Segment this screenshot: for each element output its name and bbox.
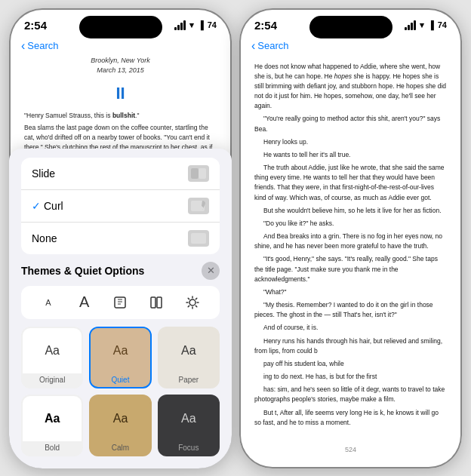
right-battery-level: 74: [438, 20, 447, 29]
theme-original-preview: Aa: [23, 328, 82, 373]
transition-slide[interactable]: Slide: [21, 158, 220, 190]
theme-quiet[interactable]: Aa Quiet: [89, 327, 151, 388]
svg-rect-8: [151, 297, 155, 308]
right-para-7: "Do you like it?" he asks.: [254, 219, 447, 229]
phones-container: 2:54 ▾ ▐ 74 ‹ Search: [9, 8, 462, 468]
svg-rect-0: [191, 168, 199, 179]
theme-calm-preview: Aa: [91, 396, 149, 441]
right-back-label: Search: [257, 40, 288, 51]
small-a-label: A: [45, 298, 51, 307]
themes-title: Themes & Quiet Options: [21, 265, 144, 277]
right-para-1: He does not know what happened to Addie,…: [254, 62, 447, 112]
right-back-button[interactable]: ‹ Search: [251, 39, 289, 53]
right-para-5: The truth about Addie, just like he wrot…: [254, 163, 447, 203]
right-phone: 2:54 ▾ ▐ 74 ‹ Search He d: [239, 8, 462, 468]
overlay-panel: Slide ✓ Curl: [9, 149, 232, 468]
right-para-16: has: sim, and he's seen so little of it …: [254, 385, 447, 404]
theme-bold-label: Bold: [23, 441, 82, 455]
curl-checkmark: ✓: [32, 200, 41, 212]
svg-line-17: [188, 306, 189, 306]
right-para-15: ing to do next. He has, is but for the f…: [254, 372, 447, 382]
theme-bold-preview: Aa: [23, 396, 82, 441]
right-para-10: "What?": [254, 287, 447, 297]
right-para-4: He wants to tell her it's all true.: [254, 150, 447, 160]
svg-rect-1: [199, 168, 206, 179]
large-font-button[interactable]: A: [71, 292, 98, 313]
book-icon: [113, 296, 127, 309]
right-para-3: Henry looks up.: [254, 137, 447, 147]
right-para-11: "My thesis. Remember? I wanted to do it …: [254, 300, 447, 320]
book-location-line1: Brooklyn, New York: [24, 56, 217, 66]
transition-options: Slide ✓ Curl: [21, 158, 220, 254]
right-para-12: And of course, it is.: [254, 323, 447, 333]
svg-rect-3: [191, 233, 206, 244]
right-battery-icon: ▐: [428, 20, 434, 29]
close-button[interactable]: ✕: [202, 262, 220, 280]
theme-quiet-preview: Aa: [91, 328, 149, 373]
font-style-button[interactable]: [106, 292, 134, 313]
theme-quiet-label: Quiet: [91, 373, 149, 387]
theme-focus-label: Focus: [159, 441, 218, 455]
left-status-icons: ▾ ▐ 74: [174, 20, 217, 30]
none-icon: [188, 230, 209, 247]
right-para-8: And Bea breaks into a grin. There is no …: [254, 232, 447, 251]
right-wifi-icon: ▾: [420, 20, 424, 30]
curl-label: Curl: [44, 200, 63, 212]
right-para-9: "It's good, Henry," she says. "It's real…: [254, 254, 447, 284]
none-label-group: None: [32, 232, 57, 244]
toolbar-row: A A: [21, 286, 220, 319]
theme-paper-preview: Aa: [159, 328, 218, 373]
book-location-line2: March 13, 2015: [24, 66, 217, 76]
right-signal-icon: [405, 20, 416, 30]
curl-icon: [188, 198, 209, 214]
right-para-13: Henry runs his hands through his hair, b…: [254, 336, 447, 356]
theme-focus[interactable]: Aa Focus: [158, 395, 220, 456]
left-status-time: 2:54: [24, 19, 47, 32]
theme-calm-label: Calm: [91, 441, 149, 455]
theme-calm[interactable]: Aa Calm: [89, 395, 151, 456]
none-label: None: [32, 232, 57, 244]
theme-original[interactable]: Aa Original: [21, 327, 83, 388]
right-book-content: He does not know what happened to Addie,…: [239, 56, 462, 448]
curl-label-group: ✓ Curl: [32, 200, 63, 212]
right-status-icons: ▾ ▐ 74: [405, 20, 447, 30]
battery-icon: ▐: [198, 20, 204, 29]
right-dynamic-island: [309, 16, 392, 38]
brightness-button[interactable]: [179, 292, 206, 313]
svg-point-10: [189, 299, 195, 306]
theme-focus-preview: Aa: [159, 396, 218, 441]
right-status-time: 2:54: [254, 19, 277, 32]
layout-button[interactable]: [143, 292, 170, 313]
book-para-1: "Henry Samuel Strauss, this is bullshit.…: [24, 111, 217, 121]
left-back-label: Search: [27, 40, 58, 51]
theme-paper-label: Paper: [159, 373, 218, 387]
slide-label-group: Slide: [32, 167, 55, 180]
layout-icon: [149, 296, 163, 309]
left-back-button[interactable]: ‹ Search: [21, 39, 59, 53]
svg-line-15: [188, 298, 189, 299]
theme-bold[interactable]: Aa Bold: [21, 395, 83, 456]
transition-none[interactable]: None: [21, 223, 220, 254]
svg-line-16: [195, 306, 196, 306]
right-para-17: But t, After all, life seems very long H…: [254, 408, 447, 428]
right-para-14: pay off his student loa, while: [254, 359, 447, 369]
svg-rect-9: [157, 297, 162, 308]
svg-rect-4: [115, 297, 125, 308]
themes-grid: Aa Original Aa Quiet Aa Paper: [21, 327, 220, 456]
themes-header: Themes & Quiet Options ✕: [21, 262, 220, 280]
chapter-number: II: [24, 81, 217, 106]
transition-curl[interactable]: ✓ Curl: [21, 190, 220, 223]
right-chevron-left-icon: ‹: [251, 39, 255, 53]
right-para-2: "You're really going to method actor thi…: [254, 114, 447, 134]
theme-original-label: Original: [23, 373, 82, 387]
theme-paper[interactable]: Aa Paper: [158, 327, 220, 388]
signal-icon: [174, 20, 186, 30]
dynamic-island: [79, 16, 162, 38]
right-para-6: But she wouldn't believe him, so he lets…: [254, 206, 447, 216]
brightness-icon: [186, 296, 199, 309]
slide-label: Slide: [32, 167, 55, 180]
page-number: 524: [239, 446, 462, 453]
left-phone: 2:54 ▾ ▐ 74 ‹ Search: [9, 8, 232, 468]
small-font-button[interactable]: A: [35, 292, 62, 313]
book-header: Brooklyn, New York March 13, 2015: [24, 56, 217, 77]
